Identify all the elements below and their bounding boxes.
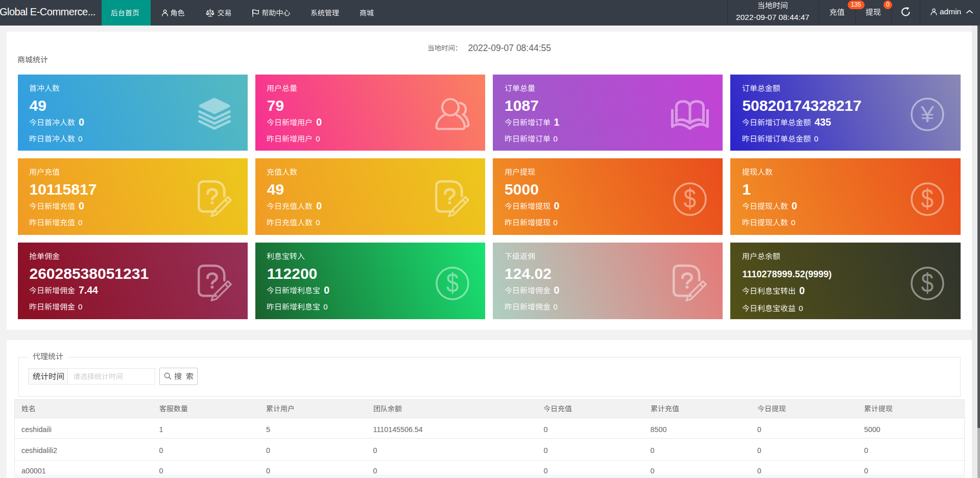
svg-text:$: $	[921, 268, 934, 297]
svg-text:$: $	[921, 184, 934, 213]
svg-text:¥: ¥	[920, 101, 935, 127]
svg-text:$: $	[684, 184, 696, 213]
svg-text:$: $	[446, 268, 459, 297]
